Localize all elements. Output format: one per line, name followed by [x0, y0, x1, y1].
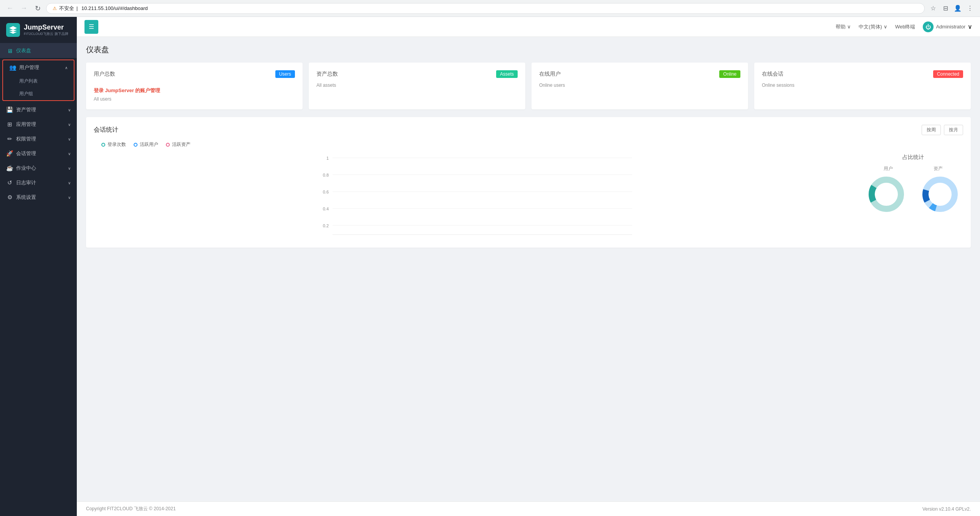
- sidebar-permission-management-label: 权限管理: [16, 136, 65, 142]
- page-title: 仪表盘: [86, 45, 971, 55]
- sidebar-session-management-label: 会话管理: [16, 150, 65, 157]
- sidebar-item-dashboard[interactable]: 🖥 仪表盘: [0, 43, 77, 58]
- user-management-group: 👥 用户管理 ∧ 用户列表 用户组: [2, 60, 74, 101]
- sidebar-item-permission-management[interactable]: ✏ 权限管理 ∨: [0, 132, 77, 146]
- stat-card-assets: 资产总数 Assets All assets: [309, 63, 525, 109]
- user-menu[interactable]: ⏻ Administrator ∨: [923, 22, 972, 32]
- audit-arrow: ∨: [68, 181, 71, 185]
- legend-label-login: 登录次数: [108, 141, 126, 148]
- menu-toggle-button[interactable]: ☰: [84, 20, 98, 34]
- stats-grid: 用户总数 Users 登录 JumpServer 的账户管理 All users…: [86, 63, 971, 109]
- stat-card-connected: 在线会话 Connected Online sessions: [754, 63, 971, 109]
- language-link[interactable]: 中文(简体) ∨: [859, 23, 887, 30]
- chart-svg: 1 0.8 0.6 0.4 0.2: [94, 154, 856, 238]
- session-legend: 登录次数 活跃用户 活跃资产: [101, 141, 963, 148]
- legend-item-active-assets: 活跃资产: [166, 141, 190, 148]
- header-left: ☰: [84, 20, 98, 34]
- legend-dot-login: [101, 143, 105, 147]
- job-arrow: ∨: [68, 166, 71, 170]
- browser-chrome: ← → ↻ ⚠ 不安全 | 10.211.55.100/ui/#/dashboa…: [0, 0, 980, 17]
- logo-main-text: JumpServer: [24, 23, 68, 32]
- help-link[interactable]: 帮助 ∨: [836, 23, 851, 30]
- sidebar-asset-management-label: 资产管理: [16, 106, 65, 113]
- pie-area: 占比统计 用户 资产: [863, 154, 963, 240]
- pie-labels: 用户 资产: [863, 165, 963, 172]
- bookmark-button[interactable]: ☆: [928, 3, 939, 14]
- session-section-title: 会话统计: [94, 126, 118, 134]
- web-terminal-button[interactable]: Web终端: [895, 23, 915, 30]
- session-controls: 按周 按月: [922, 125, 963, 135]
- stat-badge-connected: Connected: [933, 70, 963, 78]
- month-button[interactable]: 按月: [944, 125, 963, 135]
- week-button[interactable]: 按周: [922, 125, 941, 135]
- address-bar[interactable]: ⚠ 不安全 | 10.211.55.100/ui/#/dashboard: [46, 3, 925, 14]
- cast-button[interactable]: ⊟: [940, 3, 951, 14]
- stat-number-users: 登录 JumpServer 的账户管理: [94, 83, 295, 95]
- stat-badge-online: Online: [719, 70, 740, 78]
- legend-dot-active-users: [134, 143, 137, 147]
- url-text: 10.211.55.100/ui/#/dashboard: [81, 5, 148, 11]
- app-icon: ⊞: [6, 121, 13, 128]
- pies-container: [863, 175, 963, 213]
- main-header: ☰ 帮助 ∨ 中文(简体) ∨ Web终端 ⏻ Administrator: [77, 17, 980, 37]
- language-label: 中文(简体): [859, 23, 882, 30]
- chart-area: 1 0.8 0.6 0.4 0.2: [94, 154, 856, 240]
- sidebar-job-center-label: 作业中心: [16, 165, 65, 172]
- sidebar-item-user-list[interactable]: 用户列表: [3, 75, 74, 88]
- svg-point-11: [872, 180, 901, 209]
- legend-label-active-assets: 活跃资产: [172, 141, 190, 148]
- sidebar-user-list-label: 用户列表: [19, 78, 68, 84]
- users-icon: 👥: [9, 64, 16, 71]
- asset-pie-chart: [921, 175, 959, 213]
- permission-arrow: ∨: [68, 137, 71, 141]
- app-container: JumpServer FIT2CLOUD飞致云 旗下品牌 🖥 仪表盘 👥 用户管…: [0, 17, 980, 516]
- users-description-text: 登录 JumpServer 的账户管理: [94, 88, 160, 93]
- sidebar-item-audit-log[interactable]: ↺ 日志审计 ∨: [0, 175, 77, 190]
- sidebar-item-session-management[interactable]: 🚀 会话管理 ∨: [0, 146, 77, 161]
- stat-card-online-title: 在线用户: [539, 71, 561, 78]
- hamburger-icon: ☰: [89, 23, 94, 30]
- job-icon: ☕: [6, 165, 13, 172]
- svg-point-13: [925, 180, 955, 209]
- session-body: 1 0.8 0.6 0.4 0.2: [94, 154, 963, 240]
- logo-svg: [8, 25, 18, 35]
- browser-actions: ☆ ⊟ 👤 ⋮: [928, 3, 975, 14]
- back-button[interactable]: ←: [5, 3, 15, 14]
- stat-card-online: 在线用户 Online Online users: [531, 63, 748, 109]
- settings-arrow: ∨: [68, 195, 71, 200]
- asset-icon: 💾: [6, 106, 13, 113]
- stat-card-connected-title: 在线会话: [762, 71, 783, 78]
- sidebar-item-asset-management[interactable]: 💾 资产管理 ∨: [0, 103, 77, 117]
- forward-button[interactable]: →: [18, 3, 29, 14]
- sidebar-system-settings-label: 系统设置: [16, 194, 65, 201]
- reload-button[interactable]: ↻: [32, 3, 43, 14]
- sidebar-item-job-center[interactable]: ☕ 作业中心 ∨: [0, 161, 77, 175]
- sidebar-item-system-settings[interactable]: ⚙ 系统设置 ∨: [0, 190, 77, 205]
- session-icon: 🚀: [6, 150, 13, 157]
- legend-item-active-users: 活跃用户: [134, 141, 158, 148]
- sidebar-dashboard-label: 仪表盘: [16, 47, 71, 54]
- stat-card-assets-header: 资产总数 Assets: [316, 70, 518, 78]
- sidebar-item-user-management[interactable]: 👥 用户管理 ∧: [3, 60, 74, 75]
- sidebar-user-management-label: 用户管理: [19, 64, 62, 71]
- menu-button[interactable]: ⋮: [965, 3, 975, 14]
- settings-icon: ⚙: [6, 194, 13, 201]
- sidebar-item-user-group[interactable]: 用户组: [3, 88, 74, 100]
- legend-label-active-users: 活跃用户: [140, 141, 158, 148]
- permission-icon: ✏: [6, 136, 13, 142]
- sidebar: JumpServer FIT2CLOUD飞致云 旗下品牌 🖥 仪表盘 👥 用户管…: [0, 17, 77, 516]
- dashboard-icon: 🖥: [6, 48, 13, 54]
- sidebar-item-app-management[interactable]: ⊞ 应用管理 ∨: [0, 117, 77, 132]
- legend-item-login: 登录次数: [101, 141, 126, 148]
- main-content: 仪表盘 用户总数 Users 登录 JumpServer 的账户管理 All u…: [77, 37, 980, 501]
- user-chevron-icon: ∨: [968, 23, 972, 30]
- pie-label-users: 用户: [884, 165, 893, 172]
- svg-text:0.2: 0.2: [323, 223, 329, 228]
- audit-icon: ↺: [6, 179, 13, 186]
- security-text: 不安全: [59, 5, 74, 12]
- stat-card-online-header: 在线用户 Online: [539, 70, 740, 78]
- sidebar-logo: JumpServer FIT2CLOUD飞致云 旗下品牌: [0, 17, 77, 43]
- web-terminal-label: Web终端: [895, 24, 915, 30]
- profile-button[interactable]: 👤: [952, 3, 963, 14]
- stat-desc-assets: All assets: [316, 83, 518, 88]
